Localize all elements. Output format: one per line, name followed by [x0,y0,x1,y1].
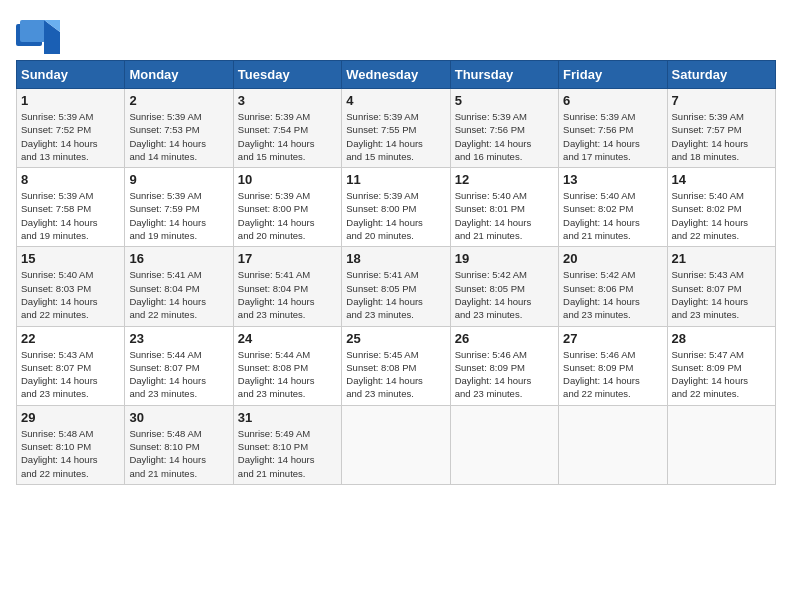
calendar-cell [450,405,558,484]
day-number: 4 [346,93,445,108]
day-number: 9 [129,172,228,187]
day-number: 17 [238,251,337,266]
day-info: Sunrise: 5:45 AM Sunset: 8:08 PM Dayligh… [346,348,445,401]
calendar-cell: 7Sunrise: 5:39 AM Sunset: 7:57 PM Daylig… [667,89,775,168]
calendar-cell: 8Sunrise: 5:39 AM Sunset: 7:58 PM Daylig… [17,168,125,247]
day-info: Sunrise: 5:39 AM Sunset: 7:53 PM Dayligh… [129,110,228,163]
day-number: 22 [21,331,120,346]
calendar-cell: 4Sunrise: 5:39 AM Sunset: 7:55 PM Daylig… [342,89,450,168]
calendar-cell [667,405,775,484]
logo [16,16,64,54]
calendar-cell: 31Sunrise: 5:49 AM Sunset: 8:10 PM Dayli… [233,405,341,484]
calendar-cell: 22Sunrise: 5:43 AM Sunset: 8:07 PM Dayli… [17,326,125,405]
calendar-cell: 12Sunrise: 5:40 AM Sunset: 8:01 PM Dayli… [450,168,558,247]
weekday-header-thursday: Thursday [450,61,558,89]
calendar-cell: 17Sunrise: 5:41 AM Sunset: 8:04 PM Dayli… [233,247,341,326]
calendar-cell: 10Sunrise: 5:39 AM Sunset: 8:00 PM Dayli… [233,168,341,247]
day-number: 27 [563,331,662,346]
day-info: Sunrise: 5:49 AM Sunset: 8:10 PM Dayligh… [238,427,337,480]
calendar-cell: 26Sunrise: 5:46 AM Sunset: 8:09 PM Dayli… [450,326,558,405]
day-info: Sunrise: 5:39 AM Sunset: 8:00 PM Dayligh… [346,189,445,242]
weekday-header-row: SundayMondayTuesdayWednesdayThursdayFrid… [17,61,776,89]
calendar-week-2: 8Sunrise: 5:39 AM Sunset: 7:58 PM Daylig… [17,168,776,247]
calendar-cell: 2Sunrise: 5:39 AM Sunset: 7:53 PM Daylig… [125,89,233,168]
calendar-cell: 1Sunrise: 5:39 AM Sunset: 7:52 PM Daylig… [17,89,125,168]
day-info: Sunrise: 5:40 AM Sunset: 8:02 PM Dayligh… [672,189,771,242]
day-number: 19 [455,251,554,266]
day-info: Sunrise: 5:39 AM Sunset: 7:55 PM Dayligh… [346,110,445,163]
day-info: Sunrise: 5:46 AM Sunset: 8:09 PM Dayligh… [455,348,554,401]
weekday-header-friday: Friday [559,61,667,89]
calendar-week-4: 22Sunrise: 5:43 AM Sunset: 8:07 PM Dayli… [17,326,776,405]
day-number: 20 [563,251,662,266]
weekday-header-sunday: Sunday [17,61,125,89]
day-info: Sunrise: 5:39 AM Sunset: 8:00 PM Dayligh… [238,189,337,242]
calendar-week-5: 29Sunrise: 5:48 AM Sunset: 8:10 PM Dayli… [17,405,776,484]
calendar-cell: 25Sunrise: 5:45 AM Sunset: 8:08 PM Dayli… [342,326,450,405]
day-info: Sunrise: 5:42 AM Sunset: 8:05 PM Dayligh… [455,268,554,321]
calendar-cell: 16Sunrise: 5:41 AM Sunset: 8:04 PM Dayli… [125,247,233,326]
day-number: 24 [238,331,337,346]
weekday-header-tuesday: Tuesday [233,61,341,89]
day-number: 15 [21,251,120,266]
day-info: Sunrise: 5:41 AM Sunset: 8:04 PM Dayligh… [129,268,228,321]
day-number: 2 [129,93,228,108]
calendar-cell: 21Sunrise: 5:43 AM Sunset: 8:07 PM Dayli… [667,247,775,326]
day-info: Sunrise: 5:41 AM Sunset: 8:04 PM Dayligh… [238,268,337,321]
day-number: 31 [238,410,337,425]
day-info: Sunrise: 5:39 AM Sunset: 7:52 PM Dayligh… [21,110,120,163]
calendar-cell: 11Sunrise: 5:39 AM Sunset: 8:00 PM Dayli… [342,168,450,247]
day-info: Sunrise: 5:42 AM Sunset: 8:06 PM Dayligh… [563,268,662,321]
day-number: 1 [21,93,120,108]
calendar-cell: 6Sunrise: 5:39 AM Sunset: 7:56 PM Daylig… [559,89,667,168]
weekday-header-monday: Monday [125,61,233,89]
calendar-cell: 29Sunrise: 5:48 AM Sunset: 8:10 PM Dayli… [17,405,125,484]
day-info: Sunrise: 5:48 AM Sunset: 8:10 PM Dayligh… [21,427,120,480]
day-info: Sunrise: 5:43 AM Sunset: 8:07 PM Dayligh… [672,268,771,321]
day-info: Sunrise: 5:40 AM Sunset: 8:02 PM Dayligh… [563,189,662,242]
calendar-cell: 28Sunrise: 5:47 AM Sunset: 8:09 PM Dayli… [667,326,775,405]
day-number: 5 [455,93,554,108]
calendar-cell: 14Sunrise: 5:40 AM Sunset: 8:02 PM Dayli… [667,168,775,247]
day-info: Sunrise: 5:40 AM Sunset: 8:03 PM Dayligh… [21,268,120,321]
day-info: Sunrise: 5:39 AM Sunset: 7:58 PM Dayligh… [21,189,120,242]
svg-rect-1 [20,20,46,42]
day-info: Sunrise: 5:39 AM Sunset: 7:54 PM Dayligh… [238,110,337,163]
calendar-cell: 9Sunrise: 5:39 AM Sunset: 7:59 PM Daylig… [125,168,233,247]
calendar-cell: 19Sunrise: 5:42 AM Sunset: 8:05 PM Dayli… [450,247,558,326]
day-info: Sunrise: 5:44 AM Sunset: 8:08 PM Dayligh… [238,348,337,401]
calendar-cell: 15Sunrise: 5:40 AM Sunset: 8:03 PM Dayli… [17,247,125,326]
day-info: Sunrise: 5:44 AM Sunset: 8:07 PM Dayligh… [129,348,228,401]
calendar-cell: 24Sunrise: 5:44 AM Sunset: 8:08 PM Dayli… [233,326,341,405]
day-number: 10 [238,172,337,187]
day-number: 11 [346,172,445,187]
calendar-cell: 3Sunrise: 5:39 AM Sunset: 7:54 PM Daylig… [233,89,341,168]
calendar-table: SundayMondayTuesdayWednesdayThursdayFrid… [16,60,776,485]
day-number: 13 [563,172,662,187]
calendar-cell [559,405,667,484]
calendar-week-1: 1Sunrise: 5:39 AM Sunset: 7:52 PM Daylig… [17,89,776,168]
day-number: 30 [129,410,228,425]
weekday-header-wednesday: Wednesday [342,61,450,89]
day-info: Sunrise: 5:39 AM Sunset: 7:56 PM Dayligh… [563,110,662,163]
weekday-header-saturday: Saturday [667,61,775,89]
day-number: 8 [21,172,120,187]
day-info: Sunrise: 5:39 AM Sunset: 7:57 PM Dayligh… [672,110,771,163]
calendar-cell: 5Sunrise: 5:39 AM Sunset: 7:56 PM Daylig… [450,89,558,168]
day-info: Sunrise: 5:47 AM Sunset: 8:09 PM Dayligh… [672,348,771,401]
calendar-week-3: 15Sunrise: 5:40 AM Sunset: 8:03 PM Dayli… [17,247,776,326]
day-number: 6 [563,93,662,108]
day-info: Sunrise: 5:40 AM Sunset: 8:01 PM Dayligh… [455,189,554,242]
day-number: 14 [672,172,771,187]
day-number: 7 [672,93,771,108]
day-number: 16 [129,251,228,266]
day-info: Sunrise: 5:48 AM Sunset: 8:10 PM Dayligh… [129,427,228,480]
day-info: Sunrise: 5:39 AM Sunset: 7:56 PM Dayligh… [455,110,554,163]
day-number: 3 [238,93,337,108]
day-number: 29 [21,410,120,425]
day-info: Sunrise: 5:41 AM Sunset: 8:05 PM Dayligh… [346,268,445,321]
day-number: 26 [455,331,554,346]
day-info: Sunrise: 5:39 AM Sunset: 7:59 PM Dayligh… [129,189,228,242]
day-info: Sunrise: 5:43 AM Sunset: 8:07 PM Dayligh… [21,348,120,401]
calendar-cell: 18Sunrise: 5:41 AM Sunset: 8:05 PM Dayli… [342,247,450,326]
